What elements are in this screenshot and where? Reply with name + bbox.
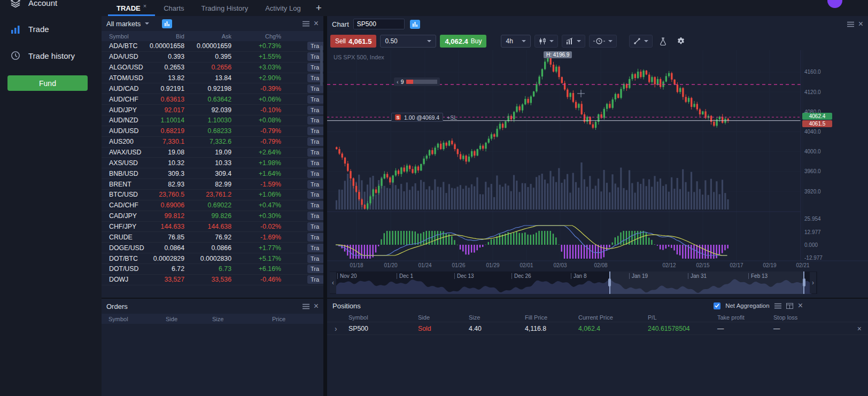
avatar[interactable] <box>827 0 842 8</box>
navigator-scroll-left-button[interactable]: ‹ <box>330 272 336 293</box>
market-row[interactable]: DOT/USD6.726.73+6.16%Tra <box>102 264 323 275</box>
close-tab-icon[interactable]: × <box>143 3 146 9</box>
crosshair-cursor <box>577 90 585 99</box>
sidebar-item-trade-history[interactable]: Trade history <box>0 46 102 65</box>
navigator-viewport[interactable] <box>609 271 804 294</box>
market-row[interactable]: AUS2007,330.17,332.6-0.79%Tra <box>102 137 323 147</box>
market-row[interactable]: CAD/JPY99.81299.826+0.30%Tra <box>102 211 323 222</box>
sell-button[interactable]: Sell 4,061.5 <box>330 35 376 48</box>
market-row[interactable]: ATOM/USD13.8213.84+2.90%Tra <box>102 73 323 84</box>
row-trade-button[interactable]: Tra <box>307 137 323 146</box>
close-icon[interactable]: × <box>314 19 319 28</box>
buy-button[interactable]: 4,062.4 Buy <box>440 35 486 48</box>
flask-button[interactable] <box>656 37 670 45</box>
navigator-scroll-right-button[interactable]: › <box>810 272 816 293</box>
sidebar-item-account[interactable]: Account <box>0 0 102 12</box>
row-trade-button[interactable]: Tra <box>307 201 323 209</box>
row-trade-button[interactable]: Tra <box>307 254 323 263</box>
net-aggregation-checkbox[interactable] <box>714 302 720 309</box>
market-row[interactable]: CRUDE76.8576.92-1.69%Tra <box>102 232 323 243</box>
chart-area[interactable]: 4160.04120.04080.04040.04000.03960.03920… <box>327 50 868 269</box>
chart-navigator[interactable]: Nov 20Dec 1Dec 13Dec 26Jan 8Jan 19Jan 31… <box>330 271 817 294</box>
row-trade-button[interactable]: Tra <box>307 212 323 220</box>
quantity-select[interactable]: 0.50 <box>380 35 436 48</box>
market-row[interactable]: ALGO/USD0.26530.2656+3.03%Tra <box>102 63 323 73</box>
add-stop-loss-button[interactable]: +SL <box>447 114 457 121</box>
bars-back-slider[interactable]: ‹ 9 <box>394 77 440 86</box>
row-trade-button[interactable]: Tra <box>307 180 323 189</box>
table-layout-icon[interactable] <box>786 303 793 309</box>
change-percent: -0.10% <box>231 106 281 114</box>
tab-trade[interactable]: TRADE × <box>108 0 155 16</box>
market-row[interactable]: AUD/USD0.682190.68233-0.79%Tra <box>102 126 323 137</box>
position-stop-loss[interactable]: — <box>773 325 821 332</box>
menu-icon[interactable] <box>303 21 309 27</box>
navigator-handle-right[interactable] <box>803 278 805 286</box>
row-trade-button[interactable]: Tra <box>307 169 323 178</box>
chart-symbol-input[interactable] <box>353 19 405 29</box>
market-row[interactable]: BNB/USD309.3309.4+1.64%Tra <box>102 168 323 179</box>
expand-chevron-icon[interactable]: › <box>327 324 348 333</box>
row-trade-button[interactable]: Tra <box>307 222 323 231</box>
row-trade-button[interactable]: Tra <box>307 159 323 167</box>
countdown-clock-button[interactable] <box>589 35 617 48</box>
chart-type-button[interactable] <box>562 35 585 48</box>
indicators-button[interactable] <box>534 35 558 48</box>
row-trade-button[interactable]: Tra <box>307 275 323 284</box>
market-row[interactable]: AUD/CHF0.636130.63642+0.06%Tra <box>102 94 323 105</box>
market-row[interactable]: ADA/BTC0.000016580.00001659+0.73%Tra <box>102 41 323 52</box>
ask-value: 99.826 <box>184 212 231 220</box>
market-row[interactable]: BTC/USD23,760.523,761.2+1.06%Tra <box>102 190 323 200</box>
fund-button[interactable]: Fund <box>7 75 88 91</box>
market-row[interactable]: CAD/CHF0.690060.69022+0.47%Tra <box>102 200 323 211</box>
market-row[interactable]: DOT/BTC0.00028290.0002830+5.17%Tra <box>102 253 323 264</box>
market-row[interactable]: DOGE/USD0.08640.0866+1.77%Tra <box>102 243 323 253</box>
row-trade-button[interactable]: Tra <box>307 116 323 125</box>
slider-track[interactable] <box>406 80 437 84</box>
market-watch-title[interactable]: All markets <box>106 20 141 28</box>
close-position-icon[interactable]: × <box>821 324 868 333</box>
market-row[interactable]: AXS/USD10.3210.33+1.98%Tra <box>102 158 323 168</box>
market-row[interactable]: AUD/NZD1.100141.10030+0.08%Tra <box>102 115 323 126</box>
navigator-handle-left[interactable] <box>608 278 611 286</box>
position-pill[interactable]: S 1.00 @4069.4 <box>391 113 443 122</box>
row-trade-button[interactable]: Tra <box>307 190 323 199</box>
drawing-tool-button[interactable] <box>629 35 653 48</box>
row-trade-button[interactable]: Tra <box>307 265 323 273</box>
row-trade-button[interactable]: Tra <box>307 148 323 157</box>
market-row[interactable]: BRENT82.9382.99-1.59%Tra <box>102 179 323 190</box>
market-row[interactable]: AVAX/USD19.0819.09+2.64%Tra <box>102 147 323 158</box>
market-row[interactable]: AUD/JPY92.01792.039-0.10%Tra <box>102 105 323 115</box>
tab-trading-history[interactable]: Trading History <box>193 0 257 16</box>
add-tab-button[interactable]: + <box>309 0 328 16</box>
orders-panel: Orders × Symbol Side Size Price <box>102 299 323 396</box>
row-trade-button[interactable]: Tra <box>307 106 323 114</box>
market-screener-button[interactable] <box>162 19 172 28</box>
row-trade-button[interactable]: Tra <box>307 127 323 135</box>
market-row[interactable]: ADA/USD0.3930.395+1.55%Tra <box>102 52 323 63</box>
close-icon[interactable]: × <box>314 302 319 310</box>
chart-screener-button[interactable] <box>410 20 420 29</box>
row-trade-button[interactable]: Tra <box>307 244 323 252</box>
ask-value: 19.09 <box>184 149 231 156</box>
sidebar-item-trade[interactable]: Trade <box>0 20 102 38</box>
tab-charts[interactable]: Charts <box>155 0 192 16</box>
market-scrollbar[interactable] <box>320 45 323 86</box>
market-row[interactable]: CHF/JPY144.633144.638-0.02%Tra <box>102 222 323 232</box>
tab-activity-log[interactable]: Activity Log <box>257 0 309 16</box>
menu-icon[interactable] <box>847 21 854 27</box>
list-icon[interactable] <box>774 303 781 309</box>
svg-text:4160.0: 4160.0 <box>804 69 821 75</box>
timeframe-select[interactable]: 4h <box>501 35 531 48</box>
row-trade-button[interactable]: Tra <box>307 233 323 242</box>
close-icon[interactable]: × <box>798 301 803 310</box>
close-icon[interactable]: × <box>858 20 863 28</box>
menu-icon[interactable] <box>303 304 309 309</box>
row-trade-button[interactable]: Tra <box>307 95 323 104</box>
chevron-left-icon[interactable]: ‹ <box>397 79 399 85</box>
position-take-profit[interactable]: — <box>717 325 773 332</box>
position-row[interactable]: ›SP500Sold4.404,116.84,062.4240.61578504… <box>327 322 868 335</box>
market-row[interactable]: DOWJ33,52733,536-0.46%Tra <box>102 275 323 285</box>
settings-gear-button[interactable] <box>673 37 688 45</box>
market-row[interactable]: AUD/CAD0.921910.92198-0.39%Tra <box>102 83 323 94</box>
